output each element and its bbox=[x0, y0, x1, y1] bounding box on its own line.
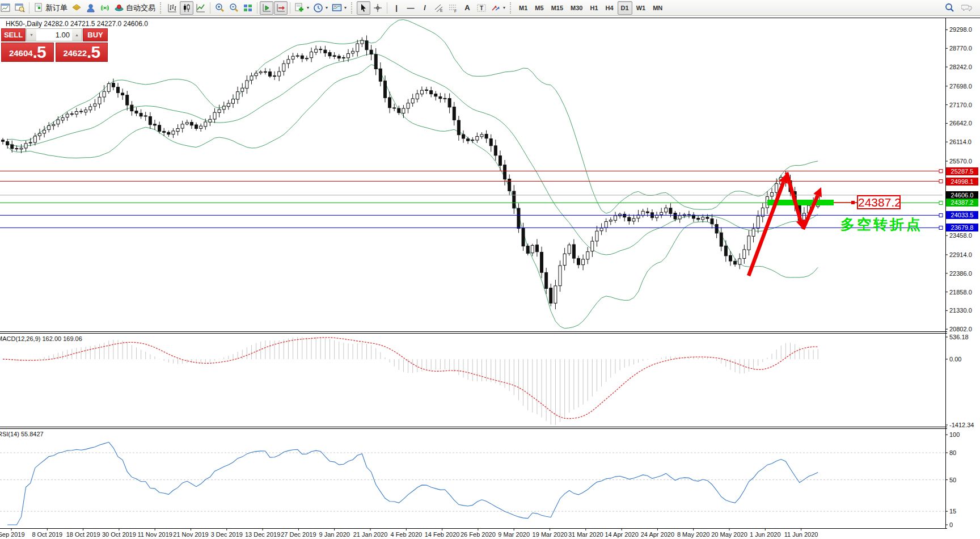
timeframe-m30-button[interactable]: M30 bbox=[567, 1, 586, 15]
clock-icon bbox=[313, 3, 323, 13]
zoom-out-icon bbox=[229, 3, 239, 13]
price-tick-label: 22914.0 bbox=[949, 251, 972, 258]
price-annotation-box[interactable]: 24387.2 bbox=[857, 195, 901, 209]
fibonacci-icon: F bbox=[448, 3, 458, 13]
text-label-tool-button[interactable]: T bbox=[475, 1, 488, 15]
svg-text:E: E bbox=[440, 9, 443, 12]
date-tick-label: 9 Jan 2020 bbox=[319, 531, 349, 538]
timeframe-d1-button[interactable]: D1 bbox=[618, 1, 632, 15]
toolbar-grip[interactable] bbox=[160, 2, 163, 14]
arrows-icon bbox=[491, 3, 501, 13]
sell-button[interactable]: SELL bbox=[1, 28, 26, 41]
equidistant-channel-tool-button[interactable]: E bbox=[432, 1, 446, 15]
auto-scroll-button[interactable] bbox=[260, 1, 273, 15]
date-tick-label: Sep 2019 bbox=[0, 531, 25, 538]
timeframe-m1-button[interactable]: M1 bbox=[516, 1, 531, 15]
tile-windows-icon bbox=[243, 3, 253, 13]
fibonacci-tool-button[interactable]: F bbox=[446, 1, 460, 15]
svg-text:F: F bbox=[454, 9, 457, 13]
periods-button[interactable]: ▾ bbox=[311, 1, 330, 15]
chart-shift-button[interactable] bbox=[274, 1, 288, 15]
level-handle[interactable] bbox=[939, 180, 943, 183]
bar-chart-mode-button[interactable] bbox=[166, 1, 179, 15]
zoom-out-button[interactable] bbox=[227, 1, 240, 15]
one-click-trade-panel: SELL ▼ 1.00 ▲ BUY 24604 .5 24622 .5 bbox=[1, 28, 108, 62]
buy-button[interactable]: BUY bbox=[83, 28, 108, 41]
templates-button[interactable]: ▾ bbox=[330, 1, 348, 15]
search-button[interactable] bbox=[943, 1, 956, 15]
timeframe-m5-button[interactable]: M5 bbox=[531, 1, 547, 15]
chart-area[interactable]: HK50-,Daily 24282.0 24721.5 24227.0 2460… bbox=[0, 16, 980, 539]
price-tick-label: 29298.0 bbox=[949, 26, 972, 33]
sell-price-pips: .5 bbox=[33, 44, 46, 61]
toolbar-grip[interactable] bbox=[510, 2, 513, 14]
new-chart-button[interactable] bbox=[0, 1, 12, 15]
auto-scroll-icon bbox=[261, 3, 272, 13]
chart-canvas[interactable] bbox=[0, 16, 980, 539]
market-watch-button[interactable] bbox=[70, 1, 83, 15]
sell-price-button[interactable]: 24604 .5 bbox=[1, 43, 54, 62]
chevron-down-icon: ▾ bbox=[344, 5, 347, 10]
price-tick-label: 28242.0 bbox=[949, 64, 972, 70]
price-tick-label: 21858.0 bbox=[949, 289, 972, 296]
crosshair-tool-button[interactable] bbox=[371, 1, 385, 15]
trendline-tool-button[interactable]: / bbox=[418, 1, 432, 15]
zoom-in-button[interactable] bbox=[213, 1, 226, 15]
cn-annotation-text[interactable]: 多空转折点 bbox=[840, 215, 923, 234]
shapes-tool-button[interactable]: ▾ bbox=[489, 1, 507, 15]
cursor-tool-button[interactable] bbox=[357, 1, 370, 15]
candlestick-icon bbox=[181, 3, 192, 13]
navigator-button[interactable] bbox=[84, 1, 98, 15]
timeframe-mn-button[interactable]: MN bbox=[649, 1, 666, 15]
timeframe-h4-button[interactable]: H4 bbox=[602, 1, 617, 15]
toolbar-separator bbox=[290, 2, 290, 14]
date-tick-label: 14 Apr 2020 bbox=[605, 531, 638, 538]
volume-increase-button[interactable]: ▲ bbox=[72, 29, 82, 41]
date-tick-label: 18 Oct 2019 bbox=[66, 531, 100, 538]
chat-button[interactable] bbox=[960, 1, 974, 15]
timeframe-w1-button[interactable]: W1 bbox=[633, 1, 649, 15]
chart-profiles-button[interactable] bbox=[13, 1, 27, 15]
line-chart-mode-button[interactable] bbox=[194, 1, 208, 15]
level-handle[interactable] bbox=[939, 213, 943, 217]
search-icon bbox=[944, 3, 954, 13]
date-tick-label: 3 Dec 2019 bbox=[211, 531, 243, 538]
price-tick-label: 25570.0 bbox=[949, 158, 972, 165]
note-anchor[interactable] bbox=[851, 201, 855, 204]
level-handle[interactable] bbox=[939, 170, 943, 173]
macd-tick-label: 0.00 bbox=[949, 356, 961, 363]
rsi-tick-label: 50 bbox=[949, 477, 956, 483]
sell-price-main: 24604 bbox=[9, 46, 33, 61]
buy-price-main: 24622 bbox=[63, 46, 87, 61]
toolbar-grip[interactable] bbox=[351, 2, 354, 14]
template-icon bbox=[332, 3, 342, 13]
date-tick-label: 20 May 2020 bbox=[711, 531, 747, 538]
vertical-line-tool-button[interactable]: | bbox=[390, 1, 403, 15]
candlestick-mode-button[interactable] bbox=[180, 1, 193, 15]
market-watch-icon bbox=[71, 3, 82, 13]
signals-button[interactable] bbox=[98, 1, 112, 15]
horizontal-line-tool-button[interactable]: — bbox=[404, 1, 417, 15]
volume-value[interactable]: 1.00 bbox=[36, 29, 72, 41]
date-tick-label: 8 Oct 2019 bbox=[32, 531, 62, 538]
text-tool-button[interactable]: A bbox=[461, 1, 474, 15]
buy-price-button[interactable]: 24622 .5 bbox=[56, 43, 108, 62]
timeframe-h1-button[interactable]: H1 bbox=[586, 1, 601, 15]
toolbar-separator bbox=[387, 2, 387, 14]
timeframe-m15-button[interactable]: M15 bbox=[548, 1, 567, 15]
price-tick-label: 27170.0 bbox=[949, 102, 972, 108]
new-order-button[interactable]: 新订单 bbox=[32, 1, 69, 15]
tile-windows-button[interactable] bbox=[241, 1, 255, 15]
indicators-button[interactable]: ▾ bbox=[293, 1, 311, 15]
line-chart-icon bbox=[196, 3, 206, 13]
crosshair-icon bbox=[373, 3, 383, 13]
price-tick-label: 26114.0 bbox=[949, 138, 971, 145]
price-level-badge: 25287.5 bbox=[946, 167, 978, 175]
price-level-badge: 24387.2 bbox=[946, 199, 978, 207]
level-handle[interactable] bbox=[939, 226, 943, 229]
level-handle[interactable] bbox=[939, 201, 943, 204]
buy-price-pips: .5 bbox=[87, 44, 100, 61]
autotrading-button[interactable]: 自动交易 bbox=[112, 1, 157, 15]
date-tick-label: 19 Mar 2020 bbox=[533, 531, 568, 538]
volume-decrease-button[interactable]: ▼ bbox=[27, 29, 36, 41]
